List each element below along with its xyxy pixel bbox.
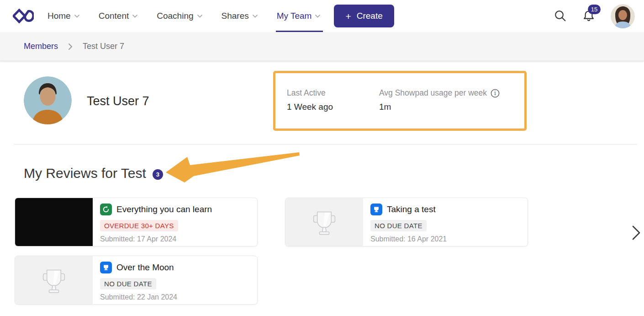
card-title: Everything you can learn <box>116 204 212 214</box>
submitted-date: Submitted: 16 Apr 2021 <box>370 235 447 243</box>
showpad-logo-icon[interactable] <box>13 8 34 24</box>
nav-item-label: Home <box>48 11 71 21</box>
nav-item-shares[interactable]: Shares <box>222 0 258 32</box>
stat-label: Avg Showpad usage per week <box>379 88 487 98</box>
breadcrumb-current: Test User 7 <box>83 42 124 51</box>
card-title: Taking a test <box>387 204 436 214</box>
stat-item: Avg Showpad usage per week i 1m <box>379 88 500 129</box>
plus-icon: + <box>345 11 351 21</box>
stat-label: Last Active <box>287 88 326 98</box>
svg-text:i: i <box>494 90 496 96</box>
notifications-button[interactable]: 15 <box>582 9 595 23</box>
member-avatar-image <box>24 76 72 124</box>
annotation-arrow-icon <box>151 149 311 187</box>
reviews-count-badge: 3 <box>153 169 163 180</box>
review-card[interactable]: Everything you can learn OVERDUE 30+ DAY… <box>15 198 258 246</box>
due-status-badge: OVERDUE 30+ DAYS <box>100 220 178 231</box>
reviews-section-header: My Reviews for Test 3 <box>24 166 163 181</box>
user-avatar-image <box>611 4 635 28</box>
info-icon[interactable]: i <box>491 89 500 98</box>
chevron-down-icon <box>74 15 79 18</box>
due-status-badge: NO DUE DATE <box>100 278 156 289</box>
member-name: Test User 7 <box>87 94 149 108</box>
nav-item-home[interactable]: Home <box>48 0 79 32</box>
carousel-next-button[interactable] <box>629 223 643 244</box>
breadcrumb: Members Test User 7 <box>0 32 644 61</box>
submitted-date: Submitted: 22 Jan 2024 <box>100 293 177 301</box>
member-avatar <box>24 76 72 124</box>
nav-item-my-team[interactable]: My Team <box>277 0 321 32</box>
search-icon <box>554 10 567 22</box>
chevron-down-icon <box>253 15 258 18</box>
create-button-label: Create <box>357 11 383 21</box>
chevron-right-icon <box>631 225 641 241</box>
breadcrumb-members-link[interactable]: Members <box>24 42 58 51</box>
review-card[interactable]: Over the Moon NO DUE DATE Submitted: 22 … <box>15 256 258 305</box>
stat-value: 1 Week ago <box>287 102 379 112</box>
chevron-down-icon <box>315 15 320 18</box>
create-button[interactable]: + Create <box>334 5 394 27</box>
course-icon <box>100 204 112 215</box>
nav-item-label: Content <box>99 11 129 21</box>
search-button[interactable] <box>554 10 567 22</box>
card-thumbnail <box>15 256 93 304</box>
user-avatar[interactable] <box>611 4 635 28</box>
nav-item-coaching[interactable]: Coaching <box>157 0 202 32</box>
nav-item-label: My Team <box>277 11 312 21</box>
card-title: Over the Moon <box>116 262 174 273</box>
card-thumbnail <box>285 198 363 246</box>
chevron-down-icon <box>132 15 137 18</box>
top-nav-bar: Home Content Coaching Shares My Team + C… <box>0 0 644 32</box>
notification-count-badge: 15 <box>588 5 601 14</box>
nav-item-label: Shares <box>222 11 249 21</box>
due-status-badge: NO DUE DATE <box>370 220 427 231</box>
submitted-date: Submitted: 17 Apr 2024 <box>100 235 176 243</box>
infinity-logo-icon <box>13 8 34 24</box>
stat-value: 1m <box>379 102 500 112</box>
trophy-placeholder-icon <box>41 265 67 296</box>
section-divider <box>14 144 637 145</box>
reviews-title: My Reviews for Test <box>24 166 146 181</box>
breadcrumb-chevron-icon <box>68 43 73 50</box>
test-icon <box>370 204 382 215</box>
member-profile-header: Test User 7 Last Active 1 Week ago Avg S… <box>0 61 644 145</box>
review-cards-list: Everything you can learn OVERDUE 30+ DAY… <box>15 198 531 305</box>
stat-item: Last Active 1 Week ago <box>287 88 379 129</box>
review-card[interactable]: Taking a test NO DUE DATE Submitted: 16 … <box>285 198 528 246</box>
chevron-down-icon <box>197 15 202 18</box>
trophy-placeholder-icon <box>311 207 338 238</box>
main-nav: Home Content Coaching Shares My Team <box>48 0 320 32</box>
nav-item-label: Coaching <box>157 11 193 21</box>
test-icon <box>100 262 112 273</box>
usage-stats-box: Last Active 1 Week ago Avg Showpad usage… <box>273 71 527 131</box>
card-thumbnail <box>15 198 93 246</box>
nav-item-content[interactable]: Content <box>99 0 138 32</box>
